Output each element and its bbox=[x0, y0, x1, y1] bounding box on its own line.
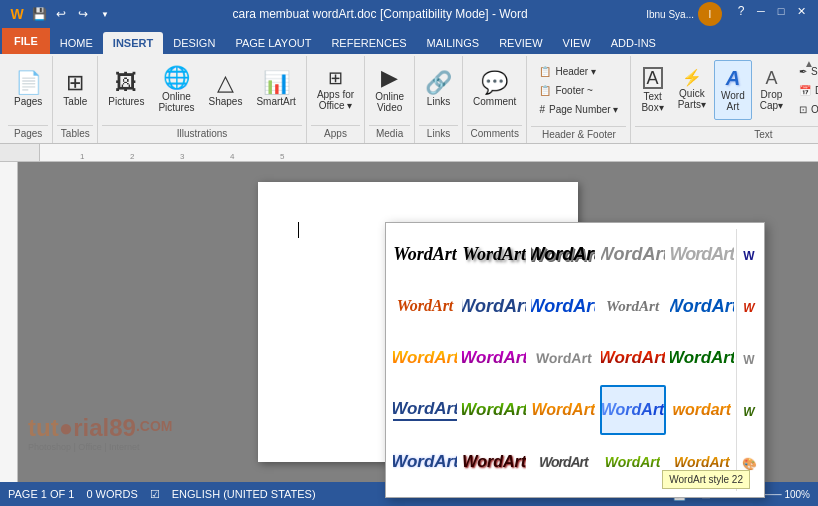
wordart-style-2[interactable]: WordArt bbox=[461, 229, 527, 279]
tab-review[interactable]: REVIEW bbox=[489, 32, 552, 54]
win-btns: ? ─ □ ✕ bbox=[732, 2, 810, 26]
tab-references[interactable]: REFERENCES bbox=[321, 32, 416, 54]
shapes-button[interactable]: △ Shapes bbox=[203, 60, 249, 120]
tab-add-ins[interactable]: ADD-INS bbox=[601, 32, 666, 54]
ruler-mark-5: 5 bbox=[280, 152, 284, 161]
text-buttons: A TextBox▾ ⚡ QuickParts▾ A WordArt A Dro… bbox=[635, 58, 818, 124]
wordart-style-13[interactable]: WordArt bbox=[530, 333, 596, 383]
tab-view[interactable]: VIEW bbox=[553, 32, 601, 54]
wa-side-3[interactable]: W bbox=[739, 335, 759, 385]
wordart-style-1[interactable]: WordArt bbox=[392, 229, 458, 279]
undo-icon[interactable]: ↩ bbox=[52, 5, 70, 23]
pages-label: Pages bbox=[14, 96, 42, 107]
text-box-button[interactable]: A TextBox▾ bbox=[635, 60, 669, 120]
watermark-text2: ●rial89 bbox=[59, 414, 136, 441]
wordart-style-10[interactable]: WordArt bbox=[669, 281, 735, 331]
wa-side-2[interactable]: W bbox=[739, 283, 759, 333]
quick-parts-button[interactable]: ⚡ QuickParts▾ bbox=[672, 60, 712, 120]
ribbon-group-illustrations: 🖼 Pictures 🌐 OnlinePictures △ Shapes 📊 S… bbox=[98, 56, 307, 143]
ribbon-group-comments: 💬 Comment Comments bbox=[463, 56, 527, 143]
wordart-style-12[interactable]: WordArt bbox=[461, 333, 527, 383]
wordart-style-16[interactable]: WordArt bbox=[392, 385, 458, 435]
object-button[interactable]: ⊡ Object ▾ bbox=[793, 100, 818, 118]
help-button[interactable]: ? bbox=[732, 2, 750, 20]
save-icon[interactable]: 💾 bbox=[30, 5, 48, 23]
wordart-grid: WordArt WordArt WordArt WordArt WordArt … bbox=[392, 229, 736, 487]
pages-icon: 📄 bbox=[15, 72, 42, 94]
wordart-style-3[interactable]: WordArt bbox=[530, 229, 596, 279]
wordart-style-9[interactable]: WordArt bbox=[600, 281, 666, 331]
drop-cap-button[interactable]: A DropCap▾ bbox=[754, 60, 789, 120]
apps-icon: ⊞ bbox=[328, 69, 343, 87]
comment-button[interactable]: 💬 Comment bbox=[467, 60, 522, 120]
ruler-mark-2: 2 bbox=[130, 152, 134, 161]
wordart-style-11[interactable]: WordArt bbox=[392, 333, 458, 383]
header-button[interactable]: 📋 Header ▾ bbox=[533, 62, 624, 80]
pages-button[interactable]: 📄 Pages bbox=[8, 60, 48, 120]
restore-button[interactable]: □ bbox=[772, 2, 790, 20]
wordart-style-23[interactable]: WordArt bbox=[530, 437, 596, 487]
ribbon-group-pages: 📄 Pages Pages bbox=[4, 56, 53, 143]
wordart-style-18[interactable]: WordArt bbox=[530, 385, 596, 435]
wordart-style-21[interactable]: WordArt bbox=[461, 437, 527, 487]
online-pictures-label: OnlinePictures bbox=[158, 91, 194, 113]
user-info: Ibnu Sya... I bbox=[646, 2, 722, 26]
ribbon-collapse-button[interactable]: ▲ bbox=[804, 58, 814, 69]
date-time-icon: 📅 bbox=[799, 85, 811, 96]
tab-design[interactable]: DESIGN bbox=[163, 32, 225, 54]
tab-home[interactable]: HOME bbox=[50, 32, 103, 54]
tab-page-layout[interactable]: PAGE LAYOUT bbox=[225, 32, 321, 54]
wordart-style-8[interactable]: WordArt bbox=[530, 281, 596, 331]
links-button[interactable]: 🔗 Links bbox=[419, 60, 458, 120]
page-number-button[interactable]: # Page Number ▾ bbox=[533, 100, 624, 118]
wordart-style-24[interactable]: WordArt bbox=[600, 437, 666, 487]
status-check-icon: ☑ bbox=[150, 488, 160, 501]
status-lang: ENGLISH (UNITED STATES) bbox=[172, 488, 316, 500]
wordart-style-19[interactable]: wordart bbox=[669, 385, 735, 435]
wordart-style-4[interactable]: WordArt bbox=[600, 229, 666, 279]
close-button[interactable]: ✕ bbox=[792, 2, 810, 20]
wordart-style-22[interactable]: WordArt bbox=[600, 385, 666, 435]
text-box-icon: A bbox=[643, 67, 663, 89]
tab-file[interactable]: FILE bbox=[2, 28, 50, 54]
redo-icon[interactable]: ↪ bbox=[74, 5, 92, 23]
wordart-style-15[interactable]: WordArt bbox=[669, 333, 735, 383]
online-video-button[interactable]: ▶ OnlineVideo bbox=[369, 60, 410, 120]
tab-mailings[interactable]: MAILINGS bbox=[417, 32, 490, 54]
wordart-style-6[interactable]: WordArt bbox=[392, 281, 458, 331]
window-title: cara membuat wordArt.doc [Compatibility … bbox=[114, 7, 646, 21]
apps-button[interactable]: ⊞ Apps forOffice ▾ bbox=[311, 60, 360, 120]
comment-label: Comment bbox=[473, 96, 516, 107]
minimize-button[interactable]: ─ bbox=[752, 2, 770, 20]
online-pictures-button[interactable]: 🌐 OnlinePictures bbox=[152, 60, 200, 120]
wordart-style-25[interactable]: WordArt bbox=[669, 437, 735, 487]
wordart-style-20[interactable]: WordArt bbox=[392, 437, 458, 487]
tables-buttons: ⊞ Table bbox=[57, 58, 93, 123]
date-time-button[interactable]: 📅 Date & Time bbox=[793, 81, 818, 99]
smartart-button[interactable]: 📊 SmartArt bbox=[250, 60, 301, 120]
pictures-button[interactable]: 🖼 Pictures bbox=[102, 60, 150, 120]
wordart-button[interactable]: A WordArt bbox=[714, 60, 752, 120]
ruler-mark-3: 3 bbox=[180, 152, 184, 161]
footer-label: Footer ~ bbox=[555, 85, 593, 96]
tab-insert[interactable]: INSERT bbox=[103, 32, 163, 54]
wordart-style-7[interactable]: WordArt bbox=[461, 281, 527, 331]
online-video-label: OnlineVideo bbox=[375, 91, 404, 113]
wa-side-4[interactable]: W bbox=[739, 387, 759, 437]
table-button[interactable]: ⊞ Table bbox=[57, 60, 93, 120]
illustrations-buttons: 🖼 Pictures 🌐 OnlinePictures △ Shapes 📊 S… bbox=[102, 58, 302, 123]
wordart-style-5[interactable]: WordArt bbox=[669, 229, 735, 279]
window-controls: Ibnu Sya... I ? ─ □ ✕ bbox=[646, 2, 810, 26]
footer-button[interactable]: 📋 Footer ~ bbox=[533, 81, 624, 99]
pictures-icon: 🖼 bbox=[115, 72, 137, 94]
ruler-mark-4: 4 bbox=[230, 152, 234, 161]
hf-group-label: Header & Footer bbox=[531, 126, 626, 142]
wordart-style-14[interactable]: WordArt bbox=[600, 333, 666, 383]
horizontal-ruler: 1 2 3 4 5 bbox=[40, 144, 818, 161]
wa-side-1[interactable]: W bbox=[739, 231, 759, 281]
wordart-style-17[interactable]: WordArt bbox=[461, 385, 527, 435]
object-label: Object ▾ bbox=[811, 104, 818, 115]
wordart-grid-container: WordArt WordArt WordArt WordArt WordArt … bbox=[392, 229, 736, 491]
customize-icon[interactable]: ▼ bbox=[96, 5, 114, 23]
wa-side-5[interactable]: 🎨 bbox=[739, 439, 759, 489]
